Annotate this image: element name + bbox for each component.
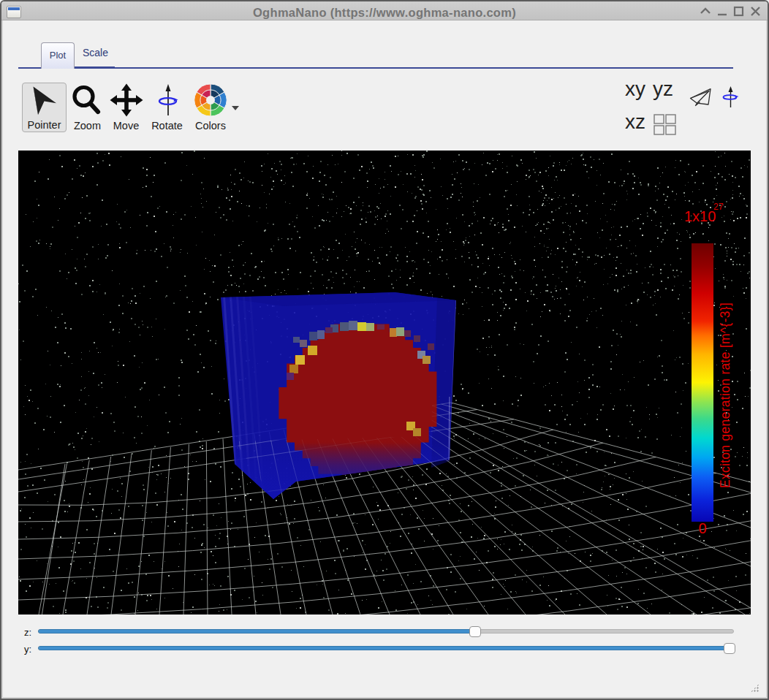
svg-text:0: 0 [698, 520, 706, 536]
svg-text:Exciton generation rate [m^{-3: Exciton generation rate [m^{-3}] [718, 303, 732, 488]
svg-text:1x10: 1x10 [684, 208, 716, 224]
svg-text:27: 27 [713, 202, 724, 212]
